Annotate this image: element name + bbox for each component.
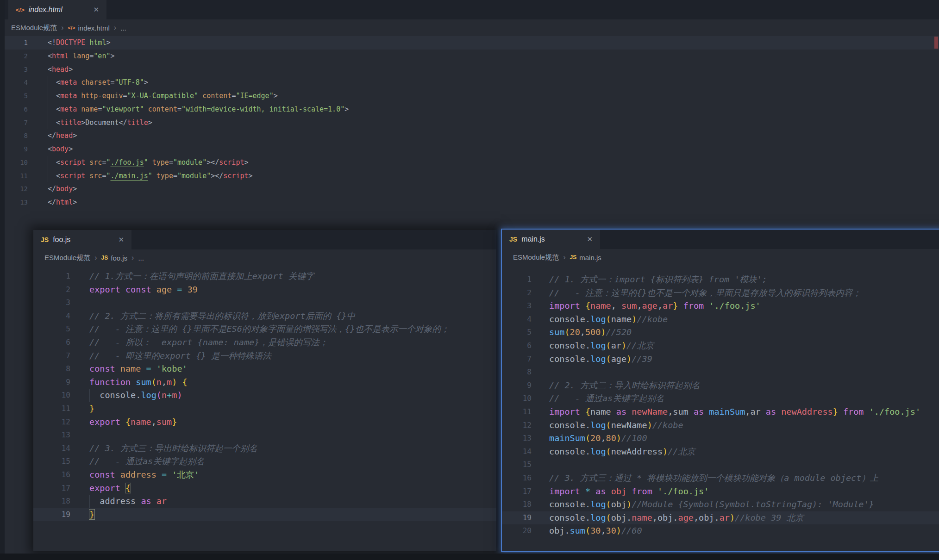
line-number: 11 [502,405,549,419]
html-file-icon: </> [68,25,75,31]
code-line: 19} [33,508,496,522]
html-file-icon: </> [16,6,25,13]
code-line: 2// - 注意：这里的{}也不是一个对象，里面只是存放导入的标识符列表内容； [502,286,939,300]
line-number: 14 [502,445,549,459]
code-area-main[interactable]: 1// 1. 方式一：import {标识符列表} from '模块';2// … [502,266,939,538]
breadcrumb-item-folder[interactable]: ESModule规范 [11,24,57,32]
code-line: 14// 3. 方式三：导出时给标识符起一个别名 [33,442,496,455]
line-number: 9 [33,376,89,389]
line-number: 7 [33,349,89,363]
code-line: 4// 2. 方式二：将所有需要导出的标识符，放到export后面的 {}中 [33,310,496,323]
line-number: 15 [33,455,89,468]
code-line: 15 [502,458,939,472]
code-line: 10// - 通过as关键字起别名 [502,392,939,405]
line-number: 6 [502,339,549,353]
line-number: 18 [33,495,89,508]
tab-close-icon[interactable]: ✕ [85,6,99,14]
code-line: 13mainSum(20,80)//100 [502,432,939,445]
activity-bar-edge [0,0,5,554]
code-line: 10 console.log(n+m) [33,389,496,402]
tab-label: main.js [521,235,545,243]
line-number: 1 [0,36,48,50]
line-number: 8 [0,129,48,143]
line-number: 10 [0,156,48,169]
breadcrumb-item-symbol[interactable]: ... [120,24,126,32]
code-line: 3 [33,296,496,310]
code-line: 12export {name,sum} [33,416,496,429]
line-number: 4 [0,76,48,89]
tab-foo-js[interactable]: JS foo.js ✕ [33,230,131,249]
code-line: 18 address as ar [33,495,496,508]
tabbar-foo: JS foo.js ✕ [33,230,496,249]
breadcrumb-item-file[interactable]: </>index.html [68,24,110,32]
code-line: 1// 1.方式一：在语句声明的前面直接加上export 关键字 [33,270,496,283]
code-line: 5 <meta http-equiv="X-UA-Compatible" con… [0,89,939,103]
breadcrumb-item-symbol[interactable]: ... [138,254,144,262]
breadcrumb-item-folder[interactable]: ESModule规范 [513,253,559,262]
code-line: 9function sum(n,m) { [33,376,496,389]
line-number: 13 [502,432,549,445]
tab-main-js[interactable]: JS main.js ✕ [502,230,600,249]
tabbar-main: JS main.js ✕ [502,230,939,249]
code-line: 9<body> [0,143,939,156]
line-number: 5 [502,326,549,339]
js-file-icon: JS [41,236,49,243]
line-number: 6 [33,336,89,349]
code-line: 2export const age = 39 [33,283,496,297]
line-number: 12 [33,416,89,429]
code-line: 7 <title>Document</title> [0,116,939,130]
tabbar-index: </> index.html ✕ [0,0,939,19]
breadcrumb-main: ESModule规范 › JSmain.js [502,249,939,266]
code-line: 7console.log(age)//39 [502,353,939,366]
line-number: 10 [502,392,549,405]
status-bar-edge [0,554,939,560]
code-line: 17export { [33,482,496,495]
code-line: 17import * as obj from './foo.js' [502,485,939,498]
code-line: 13</html> [0,196,939,209]
code-line: 11} [33,402,496,416]
breadcrumb-index: ESModule规范 › </>index.html › ... [0,19,939,36]
line-number: 7 [502,353,549,366]
code-area-index[interactable]: 1<!DOCTYPE html>2<html lang="en">3<head>… [0,36,939,209]
code-area-foo[interactable]: 1// 1.方式一：在语句声明的前面直接加上export 关键字2export … [33,266,496,521]
tab-close-icon[interactable]: ✕ [578,235,593,243]
chevron-right-icon: › [94,254,97,262]
code-line: 14console.log(newAddress)//北京 [502,445,939,459]
line-number: 8 [502,366,549,379]
code-line: 12console.log(newName)//kobe [502,419,939,432]
code-line: 5// - 注意：这里的 {}里面不是ES6的对象字面量的增强写法，{}也不是表… [33,323,496,336]
breadcrumb-item-file[interactable]: JSfoo.js [101,254,128,262]
code-line: 19console.log(obj.name,obj.age,obj.ar)//… [502,511,939,525]
tab-close-icon[interactable]: ✕ [110,236,124,244]
code-line: 13 [33,429,496,442]
breadcrumb-foo: ESModule规范 › JSfoo.js › ... [33,249,496,266]
line-number: 4 [33,310,89,323]
code-line: 3import {name, sum,age,ar} from './foo.j… [502,299,939,313]
line-number: 8 [33,362,89,376]
line-number: 17 [33,482,89,495]
line-number: 4 [502,313,549,326]
scrollbar-overview-ruler[interactable] [933,19,939,214]
js-file-icon: JS [101,255,108,261]
code-line: 2<html lang="en"> [0,50,939,63]
code-line: 20obj.sum(30,30)//60 [502,524,939,538]
breadcrumb-item-file[interactable]: JSmain.js [570,254,601,261]
code-line: 4console.log(name)//kobe [502,313,939,326]
line-number: 3 [0,63,48,76]
chevron-right-icon: › [563,253,565,261]
line-number: 1 [502,273,549,286]
code-line: 1// 1. 方式一：import {标识符列表} from '模块'; [502,273,939,286]
code-line: 6// - 所以： export {name: name}，是错误的写法； [33,336,496,349]
line-number: 5 [33,323,89,336]
breadcrumb-item-folder[interactable]: ESModule规范 [44,254,90,262]
line-number: 9 [502,379,549,392]
code-line: 7// - 即这里的export {} 是一种特殊语法 [33,349,496,363]
line-number: 15 [502,458,549,472]
line-number: 12 [0,182,48,196]
vscode-workbench: </> index.html ✕ ESModule规范 › </>index.h… [0,0,939,560]
tab-index-html[interactable]: </> index.html ✕ [8,0,106,19]
line-number: 12 [502,419,549,432]
line-number: 3 [33,296,89,310]
editor-window-index: </> index.html ✕ ESModule规范 › </>index.h… [0,0,939,218]
line-number: 2 [33,283,89,297]
